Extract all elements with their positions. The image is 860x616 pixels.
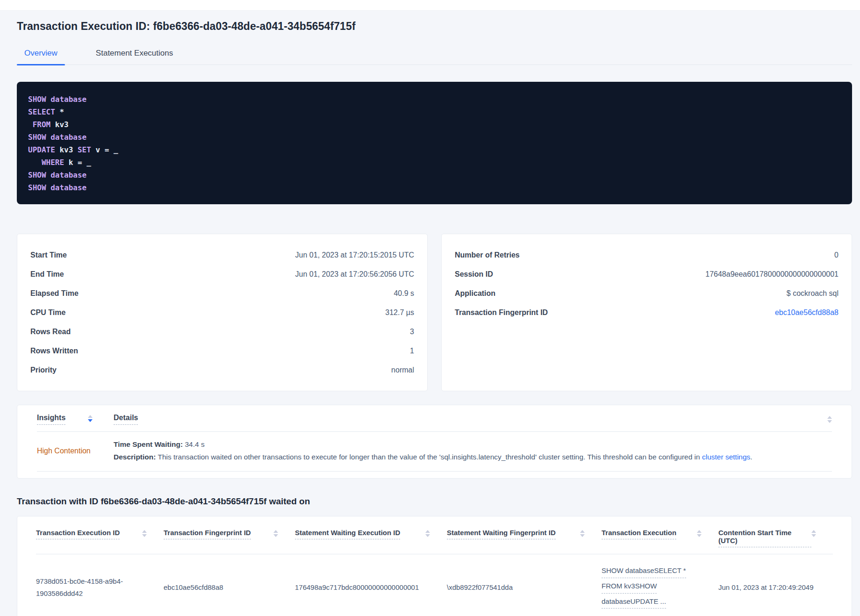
stat-row: Session ID17648a9eea60178000000000000000… [455, 265, 838, 284]
description-period: . [750, 453, 752, 461]
sort-up-icon [425, 530, 430, 533]
stat-row: Number of Retries0 [455, 245, 838, 265]
sql-line: FROM kv3 [28, 118, 841, 131]
transaction-execution-cell[interactable]: SHOW databaseSELECT *FROM kv3SHOWdatabas… [602, 566, 718, 609]
sql-line: UPDATE kv3 SET v = _ [28, 143, 841, 156]
insight-details: Time Spent Waiting: 34.4 s Description: … [114, 440, 832, 461]
stat-row: Prioritynormal [30, 360, 414, 380]
stat-value: 3 [410, 328, 414, 336]
session-stats-card: Number of Retries0Session ID17648a9eea60… [441, 234, 852, 391]
stat-row: Rows Written1 [30, 341, 414, 360]
sort-down-icon [697, 534, 702, 537]
stat-label: Start Time [30, 251, 67, 259]
table-row: 9738d051-bc0e-4158-a9b4-1903586ddd42 ebc… [36, 554, 833, 616]
column-header-label[interactable]: Transaction Execution [602, 529, 676, 539]
stat-row: Start TimeJun 01, 2023 at 17:20:15:2015 … [30, 245, 414, 265]
sort-arrows-icon[interactable] [580, 530, 585, 537]
waited-on-heading: Transaction with ID f6be6366-da03-48de-a… [17, 496, 852, 507]
waited-on-table-header: Transaction Execution IDTransaction Fing… [36, 516, 833, 554]
tab-statement-executions[interactable]: Statement Executions [88, 44, 180, 64]
stat-label: CPU Time [30, 308, 65, 317]
insight-description: Description: This transaction waited on … [114, 453, 832, 461]
column-header[interactable]: Transaction Fingerprint ID [164, 529, 295, 547]
insight-type-badge: High Contention [37, 447, 114, 455]
stat-value: Jun 01, 2023 at 17:20:56:2056 UTC [295, 270, 414, 279]
page-title: Transaction Execution ID: f6be6366-da03-… [17, 20, 852, 33]
insights-table-header: Insights Details [37, 405, 832, 432]
sort-up-icon [88, 415, 93, 418]
sort-down-icon [811, 534, 816, 537]
cluster-settings-link[interactable]: cluster settings [702, 453, 750, 461]
stat-value: 312.7 µs [385, 308, 414, 317]
column-header[interactable]: Statement Waiting Fingerprint ID [447, 529, 602, 547]
sort-up-icon [697, 530, 702, 533]
stat-value: 0 [834, 251, 838, 259]
sort-up-icon [273, 530, 278, 533]
sort-arrows-icon[interactable] [697, 530, 702, 537]
details-column-label[interactable]: Details [114, 414, 138, 425]
transaction-fingerprint-link[interactable]: ebc10ae56cfd88a8 [775, 308, 838, 317]
sort-down-icon [273, 534, 278, 537]
description-text: This transaction waited on other transac… [156, 453, 702, 461]
transaction-execution-link-line[interactable]: SHOW databaseSELECT * [602, 566, 686, 578]
transaction-execution-link-line[interactable]: databaseUPDATE ... [602, 597, 666, 609]
column-header-label[interactable]: Transaction Execution ID [36, 529, 120, 539]
stat-value: Jun 01, 2023 at 17:20:15:2015 UTC [295, 251, 414, 259]
contention-start-time-cell: Jun 01, 2023 at 17:20:49:2049 [718, 581, 833, 594]
sort-arrows-icon[interactable] [273, 530, 278, 537]
stat-row: End TimeJun 01, 2023 at 17:20:56:2056 UT… [30, 265, 414, 284]
sql-line: SHOW database [28, 169, 841, 181]
sql-line: SELECT * [28, 106, 841, 118]
transaction-details-page: Transaction Execution ID: f6be6366-da03-… [0, 11, 860, 616]
transaction-execution-id-cell: 9738d051-bc0e-4158-a9b4-1903586ddd42 [36, 575, 164, 600]
column-header-label[interactable]: Statement Waiting Fingerprint ID [447, 529, 556, 539]
stat-label: End Time [30, 270, 64, 279]
sort-arrows-icon[interactable] [425, 530, 430, 537]
waited-on-table: Transaction Execution IDTransaction Fing… [17, 516, 852, 616]
column-header-label[interactable]: Transaction Fingerprint ID [164, 529, 251, 539]
column-header[interactable]: Contention Start Time (UTC) [718, 529, 833, 547]
stat-value: normal [391, 366, 414, 374]
transaction-fingerprint-id-cell: ebc10ae56cfd88a8 [164, 581, 295, 594]
sort-arrows-icon[interactable] [88, 415, 93, 422]
stat-label: Number of Retries [455, 251, 520, 259]
insights-column-label[interactable]: Insights [37, 414, 65, 425]
column-header-label[interactable]: Statement Waiting Execution ID [295, 529, 400, 539]
transaction-execution-link-line[interactable]: FROM kv3SHOW [602, 582, 657, 594]
stat-row: Application$ cockroach sql [455, 284, 838, 303]
sort-down-icon [142, 534, 147, 537]
description-label: Description: [114, 453, 156, 461]
stat-row: Transaction Fingerprint IDebc10ae56cfd88… [455, 303, 838, 322]
sort-arrows-icon[interactable] [142, 530, 147, 537]
time-spent-waiting-value: 34.4 s [183, 440, 205, 448]
tab-overview[interactable]: Overview [17, 44, 65, 64]
tab-bar: Overview Statement Executions [17, 44, 852, 65]
details-column-header[interactable]: Details [114, 414, 832, 425]
stat-label: Priority [30, 366, 57, 374]
insights-table: Insights Details High Contention Time Sp… [17, 405, 852, 479]
time-spent-waiting: Time Spent Waiting: 34.4 s [114, 440, 832, 449]
sort-down-icon [580, 534, 585, 537]
top-strip [0, 0, 860, 11]
stat-row: CPU Time312.7 µs [30, 303, 414, 322]
stat-label: Rows Read [30, 328, 71, 336]
column-header[interactable]: Transaction Execution [602, 529, 718, 547]
sql-statements-box: SHOW databaseSELECT * FROM kv3SHOW datab… [17, 82, 852, 204]
sort-arrows-icon[interactable] [827, 416, 832, 423]
sort-up-icon [827, 416, 832, 419]
sort-down-icon [425, 534, 430, 537]
execution-stats-card: Start TimeJun 01, 2023 at 17:20:15:2015 … [17, 234, 428, 391]
sort-arrows-icon[interactable] [811, 530, 816, 537]
stat-label: Transaction Fingerprint ID [455, 308, 548, 317]
sql-line: SHOW database [28, 181, 841, 194]
stat-row: Rows Read3 [30, 322, 414, 341]
sql-line: SHOW database [28, 93, 841, 106]
column-header-label[interactable]: Contention Start Time (UTC) [718, 529, 811, 547]
column-header[interactable]: Statement Waiting Execution ID [295, 529, 447, 547]
stat-label: Rows Written [30, 347, 78, 355]
sql-line: WHERE k = _ [28, 156, 841, 169]
column-header[interactable]: Transaction Execution ID [36, 529, 164, 547]
insights-column-header[interactable]: Insights [37, 414, 114, 425]
stats-cards-row: Start TimeJun 01, 2023 at 17:20:15:2015 … [17, 234, 852, 391]
sort-down-icon [88, 419, 93, 422]
